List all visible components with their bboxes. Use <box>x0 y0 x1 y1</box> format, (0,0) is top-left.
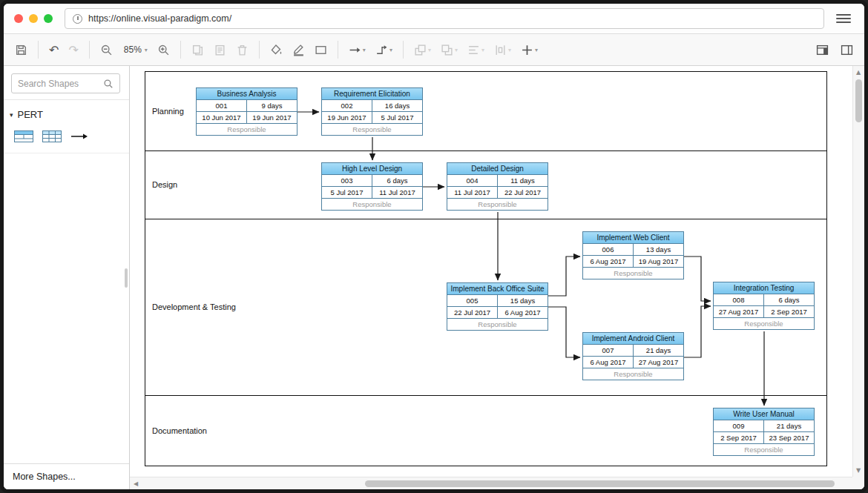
maximize-window-button[interactable] <box>44 14 53 23</box>
delete-button[interactable] <box>234 42 251 59</box>
format-panel-icon <box>816 44 829 56</box>
scroll-up-icon[interactable]: ▲ <box>856 69 861 76</box>
url-text[interactable]: https://online.visual-paradigm.com/ <box>88 13 231 24</box>
layout-panel-icon <box>841 44 853 56</box>
bring-forward-button[interactable]: ▾ <box>412 42 433 59</box>
pert-node-id: 004 <box>447 175 498 186</box>
search-shapes-input[interactable] <box>18 79 99 89</box>
pert-node-business-analysis[interactable]: Business Analysis 0019 days 10 Jun 20171… <box>196 87 297 136</box>
pert-node-duration: 11 days <box>498 175 548 186</box>
send-backward-button[interactable]: ▾ <box>438 42 460 59</box>
pert-node-high-level-design[interactable]: High Level Design 0036 days 5 Jul 201711… <box>321 162 423 211</box>
pert-node-id: 007 <box>583 345 634 356</box>
pert-node-title: Integration Testing <box>714 282 814 294</box>
chevron-down-icon: ▾ <box>145 47 148 53</box>
toggle-format-panel-button[interactable] <box>814 42 831 59</box>
connector-shape-icon[interactable] <box>70 132 88 141</box>
zoom-in-button[interactable] <box>155 42 172 59</box>
section-collapse-icon: ▾ <box>10 111 13 119</box>
more-shapes-button[interactable]: More Shapes... <box>4 463 129 489</box>
pert-node-requirement-elicitation[interactable]: Requirement Elicitation 00216 days 19 Ju… <box>321 87 423 136</box>
browser-titlebar: https://online.visual-paradigm.com/ <box>4 4 864 33</box>
diagram-canvas[interactable]: Planning Design Development & Testing Do… <box>130 66 864 489</box>
horizontal-scrollbar[interactable]: ◀ <box>130 477 852 489</box>
horizontal-scrollbar-thumb[interactable] <box>365 480 835 487</box>
section-label: PERT <box>18 109 43 120</box>
pert-node-start: 6 Aug 2017 <box>583 256 634 267</box>
pert-node-title: Detailed Design <box>447 163 548 175</box>
pert-node-responsible: Responsible <box>322 199 422 210</box>
pert-node-duration: 13 days <box>634 244 683 255</box>
pert-node-start: 6 Aug 2017 <box>583 357 634 368</box>
pert-node-title: Implement Back Office Suite <box>447 283 548 295</box>
shape-style-button[interactable] <box>312 42 329 59</box>
scroll-left-icon[interactable]: ◀ <box>134 480 138 487</box>
browser-menu-icon[interactable] <box>836 14 851 23</box>
pert-node-title: Implement Android Client <box>583 333 683 345</box>
scroll-down-icon[interactable]: ▼ <box>856 467 861 474</box>
browser-window: https://online.visual-paradigm.com/ ↶ ↷ … <box>4 4 864 489</box>
pert-node-duration: 9 days <box>247 100 297 111</box>
zoom-level-select[interactable]: 85% ▾ <box>120 42 150 57</box>
pert-table-shape-icon[interactable] <box>42 130 62 142</box>
pert-node-implement-web-client[interactable]: Implement Web Client 00613 days 6 Aug 20… <box>582 231 684 279</box>
pert-section-header[interactable]: ▾ PERT <box>4 100 129 126</box>
save-button[interactable] <box>13 42 30 59</box>
shapes-sidebar: ▾ PERT <box>4 66 130 489</box>
vertical-scrollbar-thumb[interactable] <box>855 79 862 122</box>
sidebar-collapse-handle[interactable] <box>125 268 128 288</box>
lane-divider <box>145 395 826 396</box>
pert-node-responsible: Responsible <box>447 199 548 210</box>
pert-node-id: 009 <box>714 420 764 431</box>
align-button[interactable]: ▾ <box>465 42 487 59</box>
toggle-layout-panel-button[interactable] <box>838 42 855 59</box>
chevron-down-icon: ▾ <box>508 47 511 53</box>
pert-node-start: 2 Sep 2017 <box>714 432 764 443</box>
pert-node-responsible: Responsible <box>197 124 297 135</box>
copy-button[interactable] <box>189 42 206 59</box>
redo-button[interactable]: ↷ <box>66 42 80 59</box>
distribute-button[interactable]: ▾ <box>492 42 513 59</box>
window-frame: https://online.visual-paradigm.com/ ↶ ↷ … <box>0 0 868 493</box>
pert-node-end: 6 Aug 2017 <box>498 307 548 318</box>
editor-toolbar: ↶ ↷ 85% ▾ <box>4 33 864 66</box>
pert-node-integration-testing[interactable]: Integration Testing 0086 days 27 Aug 201… <box>713 282 815 330</box>
search-icon[interactable] <box>103 79 114 89</box>
pert-node-end: 2 Sep 2017 <box>764 306 814 317</box>
main-content: ▾ PERT <box>4 66 864 489</box>
paste-icon <box>214 44 226 56</box>
pert-node-end: 19 Aug 2017 <box>634 256 683 267</box>
connector-elbow-button[interactable]: ▾ <box>373 42 395 59</box>
undo-button[interactable]: ↶ <box>47 42 61 59</box>
pert-node-title: Requirement Elicitation <box>322 88 422 100</box>
save-icon <box>15 44 27 56</box>
page-info-icon[interactable] <box>73 14 82 24</box>
pert-node-end: 19 Jun 2017 <box>247 112 297 123</box>
pert-node-write-user-manual[interactable]: Write User Manual 00921 days 2 Sep 20172… <box>713 408 815 456</box>
plus-icon <box>521 44 533 56</box>
close-window-button[interactable] <box>14 14 23 23</box>
align-icon <box>467 44 480 56</box>
pert-node-implement-android-client[interactable]: Implement Android Client 00721 days 6 Au… <box>582 332 684 380</box>
pert-node-title: Write User Manual <box>714 408 814 420</box>
insert-button[interactable]: ▾ <box>519 42 540 59</box>
pert-node-start: 19 Jun 2017 <box>322 112 372 123</box>
shape-search-box[interactable] <box>11 73 120 93</box>
paste-button[interactable] <box>211 42 228 59</box>
scrollbar-corner <box>852 477 864 489</box>
vertical-scrollbar[interactable]: ▲ ▼ <box>852 66 864 477</box>
pert-node-detailed-design[interactable]: Detailed Design 00411 days 11 Jul 201722… <box>447 162 548 211</box>
lane-label-design: Design <box>152 180 177 189</box>
pert-task-shape-icon[interactable] <box>14 130 33 142</box>
redo-icon: ↷ <box>68 44 78 56</box>
pert-node-implement-back-office-suite[interactable]: Implement Back Office Suite 00515 days 2… <box>447 282 548 331</box>
chevron-down-icon: ▾ <box>363 47 366 53</box>
pencil-icon <box>292 44 305 56</box>
line-color-button[interactable] <box>290 42 307 59</box>
fill-color-button[interactable] <box>268 42 285 59</box>
pert-node-id: 008 <box>714 294 764 305</box>
zoom-out-button[interactable] <box>98 42 115 59</box>
address-bar[interactable]: https://online.visual-paradigm.com/ <box>65 8 824 29</box>
minimize-window-button[interactable] <box>29 14 38 23</box>
connector-straight-button[interactable]: ▾ <box>346 42 368 59</box>
